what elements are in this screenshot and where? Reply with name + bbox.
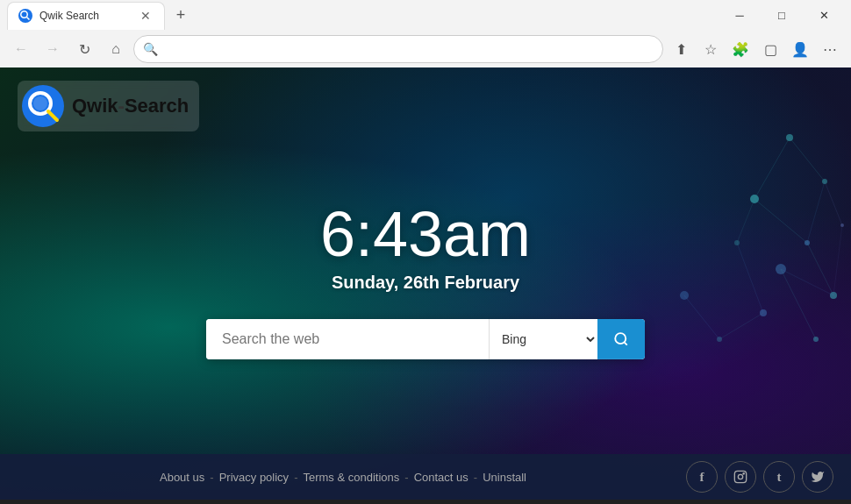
logo-icon [21, 84, 65, 128]
navigation-bar: ← → ↻ ⌂ 🔍 ⬆ ☆ 🧩 ▢ 👤 ⋯ [0, 31, 851, 67]
window-controls: ─ □ ✕ [719, 2, 844, 30]
svg-line-24 [684, 295, 719, 339]
footer-privacy-link[interactable]: Privacy policy [219, 471, 289, 484]
logo: Qwik-Search [18, 81, 199, 131]
svg-line-18 [807, 243, 833, 295]
svg-line-20 [781, 269, 816, 339]
footer-about-link[interactable]: About us [160, 471, 204, 484]
tab-favicon [18, 9, 32, 23]
search-engine-select[interactable]: Bing Google DuckDuckGo Yahoo [489, 318, 597, 358]
svg-line-23 [719, 313, 763, 339]
refresh-button[interactable]: ↻ [70, 35, 98, 63]
close-button[interactable]: ✕ [804, 2, 844, 30]
footer-uninstall-link[interactable]: Uninstall [483, 471, 526, 484]
title-bar: Qwik Search ✕ + ─ □ ✕ [0, 0, 851, 31]
svg-rect-33 [734, 471, 746, 482]
browser-window: Qwik Search ✕ + ─ □ ✕ ← → ↻ ⌂ 🔍 ⬆ ☆ 🧩 ▢ … [0, 0, 851, 500]
nav-action-icons: ⬆ ☆ 🧩 ▢ 👤 ⋯ [667, 35, 844, 63]
svg-line-19 [781, 269, 833, 295]
footer-contact-link[interactable]: Contact us [414, 471, 468, 484]
svg-line-14 [790, 138, 825, 181]
menu-button[interactable]: ⋯ [816, 35, 844, 63]
logo-dash: - [118, 95, 125, 117]
tab-title: Qwik Search [39, 10, 131, 22]
clock-display: 6:43am [206, 202, 645, 265]
address-input[interactable] [163, 42, 654, 56]
profile-button[interactable]: 👤 [786, 35, 814, 63]
address-search-icon: 🔍 [143, 42, 158, 56]
logo-search: Search [125, 95, 189, 117]
date-display: Sunday, 26th February [206, 272, 645, 292]
sep-2: - [294, 471, 297, 484]
instagram-icon[interactable] [725, 461, 756, 493]
footer: About us - Privacy policy - Terms & cond… [0, 454, 851, 500]
svg-point-30 [33, 96, 47, 110]
search-submit-button[interactable] [597, 318, 645, 358]
back-button[interactable]: ← [7, 35, 35, 63]
tab-strip: Qwik Search ✕ + [7, 2, 193, 30]
svg-line-25 [825, 181, 842, 225]
active-tab[interactable]: Qwik Search ✕ [7, 2, 165, 30]
address-bar[interactable]: 🔍 [133, 35, 663, 63]
search-bar: Bing Google DuckDuckGo Yahoo [206, 318, 645, 358]
svg-line-32 [624, 342, 626, 344]
center-content: 6:43am Sunday, 26th February Bing Google… [206, 202, 645, 358]
footer-terms-link[interactable]: Terms & conditions [303, 471, 399, 484]
forward-button[interactable]: → [39, 35, 67, 63]
social-icons: f t [686, 461, 833, 493]
svg-point-34 [738, 474, 742, 479]
logo-container: Qwik-Search [18, 81, 199, 131]
svg-line-17 [754, 199, 807, 243]
svg-point-35 [743, 473, 744, 474]
sep-1: - [210, 471, 213, 484]
split-view-button[interactable]: ▢ [756, 35, 784, 63]
share-button[interactable]: ⬆ [667, 35, 695, 63]
footer-links: About us - Privacy policy - Terms & cond… [0, 471, 686, 484]
sep-4: - [474, 471, 477, 484]
new-tab-button[interactable]: + [168, 4, 193, 28]
svg-point-0 [21, 11, 28, 18]
svg-line-15 [754, 138, 790, 199]
svg-line-26 [833, 225, 842, 295]
sep-3: - [404, 471, 408, 484]
twitter-icon[interactable] [802, 461, 833, 493]
logo-qwik: Qwik [72, 95, 118, 117]
svg-line-16 [807, 181, 825, 243]
svg-line-1 [27, 18, 30, 20]
search-input[interactable] [206, 318, 489, 358]
logo-text: Qwik-Search [72, 95, 189, 117]
facebook-icon[interactable]: f [686, 461, 718, 493]
favorites-button[interactable]: ☆ [697, 35, 725, 63]
tab-close-button[interactable]: ✕ [138, 8, 154, 24]
tumblr-icon[interactable]: t [763, 461, 795, 493]
svg-point-31 [615, 333, 626, 344]
svg-line-21 [737, 199, 754, 243]
extensions-button[interactable]: 🧩 [726, 35, 754, 63]
home-button[interactable]: ⌂ [102, 35, 130, 63]
maximize-button[interactable]: □ [762, 2, 802, 30]
minimize-button[interactable]: ─ [719, 2, 760, 30]
page-content: Qwik-Search 6:43am Sunday, 26th February… [0, 67, 851, 500]
svg-line-22 [737, 243, 763, 313]
